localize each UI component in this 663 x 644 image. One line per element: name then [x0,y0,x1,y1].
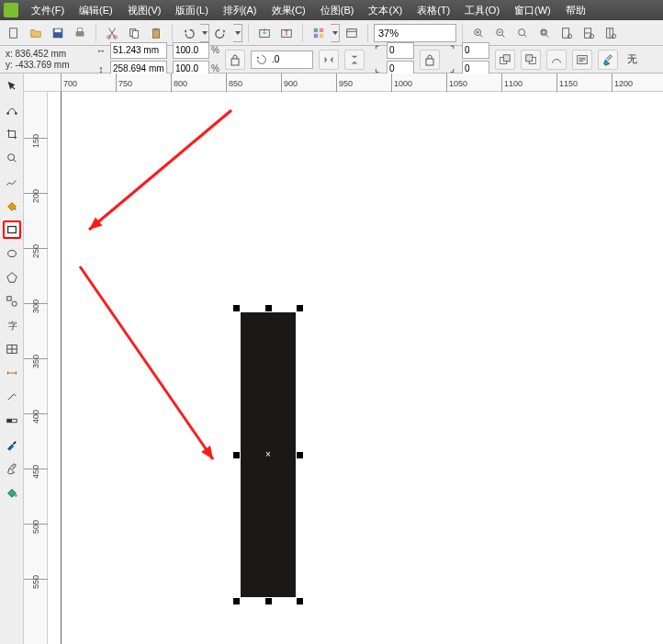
cut-button[interactable] [102,23,122,43]
selection-handle-mr[interactable] [297,452,303,458]
mirror-horizontal-button[interactable] [319,50,339,70]
ellipse-tool[interactable] [3,244,21,263]
x-coord-value: 836.452 mm [16,49,67,59]
menu-file[interactable]: 文件(F) [24,0,72,20]
welcome-button[interactable] [342,23,362,43]
menu-text[interactable]: 文本(X) [361,0,410,20]
connector-tool[interactable] [3,388,21,406]
menu-window[interactable]: 窗口(W) [507,0,558,20]
svg-rect-20 [347,28,357,37]
convert-curves-button[interactable] [546,50,567,70]
svg-rect-0 [10,28,17,38]
polygon-tool[interactable] [3,268,21,287]
save-button[interactable] [48,23,68,43]
redo-button[interactable] [211,23,231,43]
corner-lock-button[interactable] [420,50,440,70]
menu-bitmap[interactable]: 位图(B) [313,0,362,20]
zoom-level-select[interactable] [374,24,456,42]
selection-handle-bm[interactable] [265,598,272,604]
menu-help[interactable]: 帮助 [558,0,593,20]
wrap-text-button[interactable] [572,50,592,70]
undo-button[interactable] [178,23,198,43]
outline-tool[interactable] [3,459,21,478]
app-launcher-button[interactable] [309,23,329,43]
selection-handle-tm[interactable] [265,305,272,311]
svg-point-31 [612,34,615,38]
freehand-tool[interactable] [3,173,21,191]
fill-tool[interactable] [3,483,21,502]
selection-handle-tl[interactable] [233,305,240,311]
open-button[interactable] [26,23,46,43]
zoom-height-button[interactable] [601,23,621,43]
import-button[interactable] [254,23,275,43]
svg-point-39 [6,112,9,115]
app-launcher-dropdown[interactable] [331,24,340,42]
position-readout: x: 836.452 mm y: -433.769 mm [6,49,88,71]
svg-rect-10 [154,28,158,30]
interactive-tool[interactable] [3,412,21,430]
basic-shapes-tool[interactable] [3,292,21,311]
smart-fill-tool[interactable] [3,197,21,215]
svg-marker-54 [89,217,103,230]
corner-tl-input[interactable] [387,42,414,59]
object-width-input[interactable] [110,42,167,59]
zoom-width-button[interactable] [579,23,599,43]
menu-arrange[interactable]: 排列(A) [216,0,264,20]
rotation-input[interactable] [272,54,309,64]
menu-layout[interactable]: 版面(L) [168,0,215,20]
shape-tool[interactable] [3,101,21,119]
svg-marker-56 [201,446,213,459]
lock-ratio-button[interactable] [225,50,245,70]
print-button[interactable] [70,23,90,43]
zoom-tool[interactable] [3,149,21,167]
crop-tool[interactable] [3,125,21,143]
zoom-page-button[interactable] [556,23,577,43]
redo-dropdown[interactable] [233,24,242,42]
pick-tool[interactable] [3,77,21,96]
svg-point-27 [567,34,571,38]
h-tick: 1200 [612,73,633,92]
rectangle-tool[interactable] [3,220,21,239]
selection-handle-ml[interactable] [233,452,240,458]
menu-view[interactable]: 视图(V) [120,0,169,20]
h-tick: 700 [61,73,77,92]
canvas-area[interactable]: 700 750 800 850 900 950 1000 1050 1100 1… [24,73,663,644]
selection-handle-bl[interactable] [233,598,240,604]
svg-point-29 [590,34,593,38]
text-tool[interactable]: 字 [3,316,21,334]
zoom-selection-button[interactable] [512,23,533,43]
paste-button[interactable] [146,23,166,43]
menu-edit[interactable]: 编辑(E) [72,0,120,20]
v-tick: 250 [24,248,48,258]
h-tick: 1000 [391,73,412,92]
svg-rect-43 [7,227,16,233]
rotation-input-group[interactable] [251,51,313,69]
svg-point-5 [107,35,111,39]
table-tool[interactable] [3,340,21,358]
svg-rect-18 [320,33,323,37]
zoom-all-button[interactable] [534,23,555,43]
mirror-vertical-button[interactable] [344,50,365,70]
to-back-button[interactable] [521,50,541,70]
svg-point-24 [541,28,547,35]
zoom-in-button[interactable] [468,23,489,43]
undo-dropdown[interactable] [200,24,209,42]
app-logo-icon [4,3,18,17]
dimension-tool[interactable] [3,364,21,382]
zoom-out-button[interactable] [490,23,511,43]
selection-handle-tr[interactable] [297,305,303,311]
svg-marker-19 [332,31,338,35]
selection-handle-br[interactable] [297,598,303,604]
menu-tools[interactable]: 工具(O) [457,0,507,20]
scale-x-input[interactable] [173,42,209,59]
eyedropper-tool[interactable] [3,435,21,454]
menu-effects[interactable]: 效果(C) [264,0,313,20]
outline-pen-button[interactable] [598,50,618,70]
menu-table[interactable]: 表格(T) [410,0,457,20]
to-front-button[interactable] [495,50,515,70]
corner-tr-input[interactable] [462,42,489,59]
export-button[interactable] [276,23,297,43]
new-button[interactable] [4,23,24,43]
copy-button[interactable] [124,23,144,43]
canvas[interactable]: × [48,92,663,644]
